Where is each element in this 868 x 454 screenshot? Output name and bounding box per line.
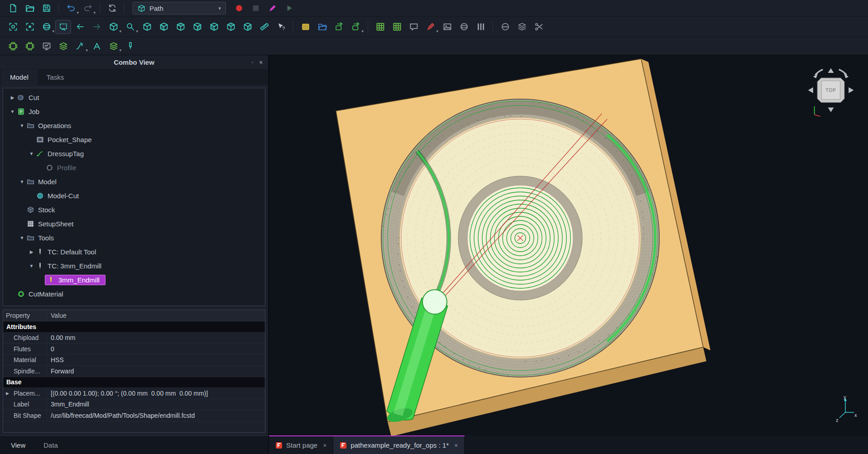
gcode-grid-alt-icon[interactable] [389,20,405,34]
view-top-icon[interactable] [173,20,188,34]
whats-this-icon[interactable]: ? [273,20,289,34]
expander-open-icon[interactable]: ▼ [17,179,27,184]
property-group-attributes[interactable]: Attributes [3,321,265,333]
expander-open-icon[interactable]: ▼ [27,151,36,156]
close-icon[interactable]: × [323,442,326,449]
fit-selection-icon[interactable] [22,20,38,34]
float-panel-icon[interactable]: ◦ [252,59,254,66]
property-row-placem[interactable]: ▶Placem...[(0.00 0.00 1.00); 0.00 °; (0.… [3,388,265,399]
expander-open-icon[interactable]: ▼ [17,123,27,128]
macro-edit-icon[interactable] [264,1,280,15]
view-front-icon[interactable] [156,20,172,34]
property-row-label[interactable]: Label3mm_Endmill [3,399,265,411]
refresh-icon[interactable] [104,1,120,15]
property-row-flutes[interactable]: Flutes0 [3,344,265,355]
box-zoom-icon[interactable] [55,20,71,34]
macro-record-icon[interactable] [231,1,247,15]
property-group-base[interactable]: Base [3,377,265,388]
tree-item-model-cut[interactable]: Model-Cut [3,189,265,203]
array-icon[interactable] [473,20,489,34]
path-toolbit-icon[interactable] [122,39,138,53]
view-right-icon[interactable] [189,20,205,34]
property-row-spindle[interactable]: Spindle...Forward [3,366,265,377]
nav-right-icon[interactable] [849,87,854,93]
tree-item-dressuptag[interactable]: ▼DressupTag [3,147,265,161]
view-home-icon[interactable]: ▾ [106,20,121,34]
view-bottom-icon[interactable] [223,20,239,34]
navigation-cube[interactable]: TOP [799,60,863,123]
zoom-icon[interactable]: ▾ [122,20,138,34]
gcode-grid-icon[interactable] [372,20,388,34]
rotate-left-icon[interactable] [815,69,823,75]
tab-tasks[interactable]: Tasks [38,69,73,85]
nav-forward-icon[interactable] [89,20,105,34]
tree-item-model[interactable]: ▼Model [3,175,265,189]
property-row-bit-shape[interactable]: Bit Shape/usr/lib/freecad/Mod/Path/Tools… [3,410,265,421]
path-job-icon[interactable] [5,39,21,53]
tree-item-tc-3mm-endmill[interactable]: ▼TC: 3mm_Endmill [3,259,265,273]
expander-open-icon[interactable]: ▼ [17,235,27,240]
tree-item-tc-default-tool[interactable]: ▶TC: Default Tool [3,245,265,259]
expander-open-icon[interactable]: ▼ [27,263,36,268]
tab-view[interactable]: View [2,437,34,454]
tab-model[interactable]: Model [1,69,38,85]
section-icon[interactable] [514,20,530,34]
path-sanity-icon[interactable] [55,39,71,53]
nav-left-icon[interactable] [808,87,813,93]
path-post-process-icon[interactable] [22,39,38,53]
document-tab-pathexample-ready-for-ops-1[interactable]: pathexample_ready_for_ops : 1*× [333,436,465,454]
view-isometric-icon[interactable] [139,20,155,34]
expander-closed-icon[interactable]: ▶ [27,249,36,254]
view-left-icon[interactable] [240,20,255,34]
3d-scene[interactable] [269,55,868,435]
measure-icon[interactable] [256,20,272,34]
tree-item-cutmaterial[interactable]: CutMaterial [3,287,265,301]
draw-style-icon[interactable]: ▾ [38,20,54,34]
export-icon[interactable] [331,20,347,34]
property-column-header[interactable]: Property [3,310,47,321]
close-panel-icon[interactable]: × [259,59,263,66]
property-row-chipload[interactable]: Chipload0.00 mm [3,333,265,344]
expander-open-icon[interactable]: ▼ [8,109,17,114]
nav-back-icon[interactable] [72,20,88,34]
texture-icon[interactable] [297,20,313,34]
dependency-folder-icon[interactable] [314,20,330,34]
path-simulator-icon[interactable]: ▾ [72,39,88,53]
tree-item-profile[interactable]: Profile [3,161,265,175]
nav-up-icon[interactable] [828,68,834,73]
macro-stop-icon[interactable] [248,1,264,15]
undo-icon[interactable]: ▾ [63,1,79,15]
tree-item-operations[interactable]: ▼Operations [3,119,265,133]
open-document-icon[interactable] [22,1,38,15]
workbench-selector[interactable]: Path▾ [133,2,226,14]
export-alt-icon[interactable]: ▾ [348,20,364,34]
new-document-icon[interactable] [5,1,21,15]
value-column-header[interactable]: Value [47,312,265,319]
path-layers-icon[interactable]: ▾ [106,39,121,53]
trim-icon[interactable] [531,20,547,34]
save-document-icon[interactable] [38,1,54,15]
path-text-icon[interactable] [89,39,105,53]
image-plane-icon[interactable] [439,20,455,34]
tree-item-job[interactable]: ▼Job [3,105,265,119]
expander-closed-icon[interactable]: ▶ [8,95,17,100]
tree-item-pocket-shape[interactable]: Pocket_Shape [3,133,265,147]
property-row-material[interactable]: MaterialHSS [3,355,265,366]
nav-down-icon[interactable] [828,107,834,112]
tree-item-setupsheet[interactable]: SetupSheet [3,217,265,231]
tree-item-cut[interactable]: ▶Cut [3,91,265,105]
rotate-right-icon[interactable] [839,69,847,75]
redo-icon[interactable]: ▾ [80,1,96,15]
render-sphere-icon[interactable] [456,20,472,34]
view-rear-icon[interactable] [206,20,222,34]
tree-item-tools[interactable]: ▼Tools [3,231,265,245]
fit-all-icon[interactable] [5,20,21,34]
tree-item-3mm-endmill[interactable]: 3mm_Endmill [3,273,265,287]
tab-data[interactable]: Data [34,437,67,454]
model-tree[interactable]: ▶Cut▼Job▼OperationsPocket_Shape▼DressupT… [3,88,265,306]
markup-icon[interactable]: ▾ [422,20,438,34]
document-tab-start-page[interactable]: Start page× [269,436,333,454]
3d-viewport[interactable]: TOP y x z Start page×pathexample_ready_f… [269,55,868,454]
comment-icon[interactable] [406,20,422,34]
close-icon[interactable]: × [454,442,458,449]
